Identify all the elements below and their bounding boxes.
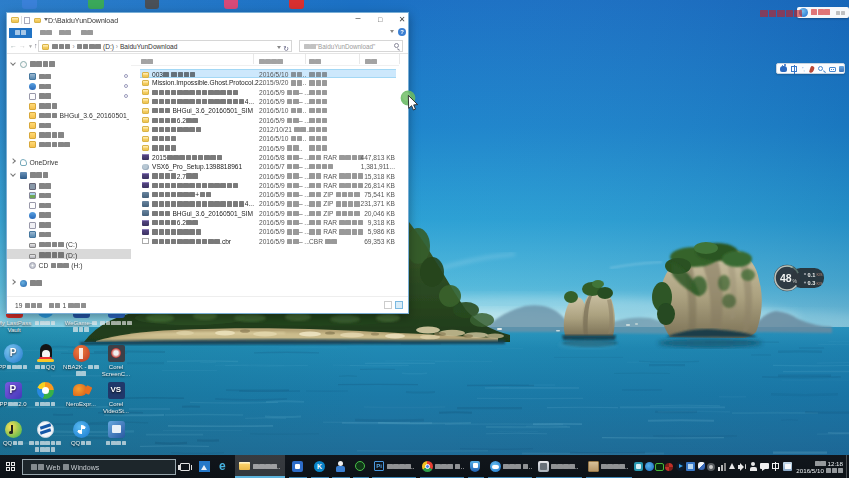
svg-text:K/S: K/S (817, 273, 824, 277)
svg-text:K/S: K/S (817, 282, 824, 286)
svg-text:0.3: 0.3 (808, 280, 816, 286)
svg-text:%: % (793, 278, 798, 284)
svg-text:0.1: 0.1 (808, 272, 816, 278)
svg-text:48: 48 (780, 272, 792, 284)
